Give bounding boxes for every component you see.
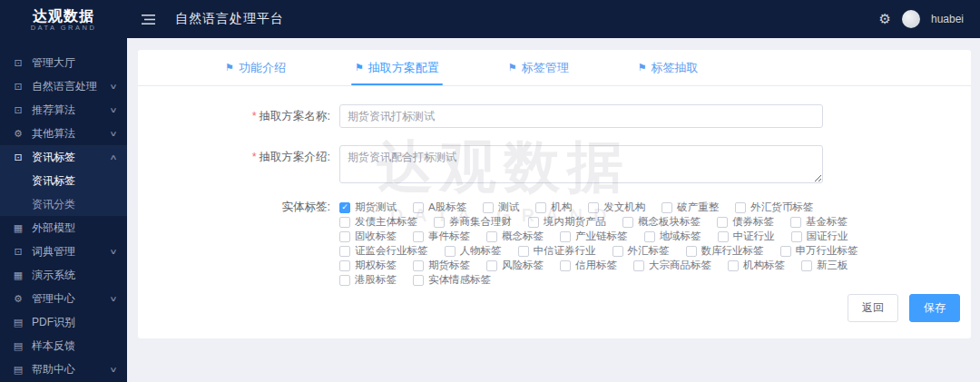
sidebar-item-6[interactable]: ⊡词典管理∨ bbox=[0, 240, 127, 263]
entity-tag-option[interactable]: 机构标签 bbox=[728, 259, 785, 272]
entity-tag-option[interactable]: A股标签 bbox=[413, 201, 466, 214]
checkbox-icon[interactable] bbox=[735, 202, 746, 213]
checkbox-icon[interactable] bbox=[518, 246, 529, 257]
checkbox-icon[interactable] bbox=[339, 217, 350, 228]
sidebar-subitem-4-0[interactable]: 资讯标签 bbox=[0, 169, 127, 192]
entity-tag-option[interactable]: 外汇标签 bbox=[612, 244, 670, 258]
entity-tag-option[interactable]: 发文机构 bbox=[588, 201, 645, 214]
checkbox-icon[interactable] bbox=[588, 202, 599, 213]
save-button[interactable]: 保存 bbox=[909, 294, 960, 322]
entity-tag-option[interactable]: 数库行业标签 bbox=[686, 244, 764, 258]
checkbox-icon[interactable] bbox=[339, 231, 350, 242]
sidebar-item-11[interactable]: ▤帮助中心∨ bbox=[0, 358, 127, 381]
entity-tag-option[interactable]: 概念标签 bbox=[486, 230, 544, 243]
entity-tag-option[interactable]: 风险标签 bbox=[486, 259, 544, 272]
settings-gear-icon[interactable]: ⚙ bbox=[879, 11, 891, 27]
checkbox-icon[interactable] bbox=[528, 217, 539, 228]
sidebar-item-5[interactable]: ▦外部模型 bbox=[0, 216, 127, 240]
checkbox-icon[interactable] bbox=[612, 246, 623, 257]
checkbox-icon[interactable] bbox=[339, 275, 350, 286]
checkbox-icon[interactable] bbox=[790, 217, 801, 228]
sidebar-item-9[interactable]: ▤PDF识别 bbox=[0, 310, 127, 334]
entity-tag-option[interactable]: 固收标签 bbox=[339, 230, 397, 243]
sidebar-group-11: ▤帮助中心∨ bbox=[0, 358, 127, 381]
sidebar-item-7[interactable]: ▦演示系统 bbox=[0, 263, 127, 287]
tag-label: 申万行业标签 bbox=[796, 244, 858, 258]
checkbox-icon[interactable] bbox=[486, 231, 497, 242]
checkbox-icon[interactable] bbox=[483, 202, 494, 213]
sidebar-item-0[interactable]: ⊡管理大厅 bbox=[0, 51, 127, 74]
sidebar-subitem-4-1[interactable]: 资讯分类 bbox=[0, 192, 127, 216]
checkbox-icon[interactable] bbox=[791, 231, 802, 242]
menu-collapse-icon[interactable] bbox=[142, 14, 155, 25]
checkbox-icon[interactable] bbox=[622, 217, 633, 228]
checkbox-icon[interactable] bbox=[718, 231, 729, 242]
checkbox-icon[interactable] bbox=[728, 260, 739, 271]
checkbox-checked-icon[interactable]: ✓ bbox=[339, 202, 350, 213]
checkbox-icon[interactable] bbox=[445, 246, 456, 257]
entity-tag-option[interactable]: 发债主体标签 bbox=[339, 215, 417, 229]
entity-tag-option[interactable]: 中信证券行业 bbox=[518, 244, 596, 258]
checkbox-icon[interactable] bbox=[633, 260, 644, 271]
sidebar-item-3[interactable]: ⚙其他算法∨ bbox=[0, 122, 127, 145]
checkbox-icon[interactable] bbox=[434, 217, 445, 228]
entity-tag-option[interactable]: ✓期货测试 bbox=[339, 201, 397, 214]
checkbox-icon[interactable] bbox=[339, 260, 350, 271]
back-button[interactable]: 返回 bbox=[848, 294, 898, 322]
checkbox-icon[interactable] bbox=[717, 217, 728, 228]
sidebar-item-2[interactable]: ⊡推荐算法∨ bbox=[0, 98, 127, 122]
entity-tag-option[interactable]: 机构 bbox=[535, 201, 572, 214]
entity-tag-option[interactable]: 外汇货币标签 bbox=[735, 201, 813, 214]
entity-tag-option[interactable]: 测试 bbox=[483, 201, 519, 214]
sidebar-item-1[interactable]: ⊡自然语言处理∨ bbox=[0, 74, 127, 98]
tab-3[interactable]: ⚑标签抽取 bbox=[638, 50, 699, 85]
checkbox-icon[interactable] bbox=[413, 275, 424, 286]
entity-tag-option[interactable]: 中证行业 bbox=[718, 230, 775, 243]
entity-tag-option[interactable]: 产业链标签 bbox=[560, 230, 628, 243]
checkbox-icon[interactable] bbox=[560, 260, 571, 271]
tab-1[interactable]: ⚑抽取方案配置 bbox=[355, 50, 439, 85]
entity-tag-option[interactable]: 证监会行业标签 bbox=[339, 244, 428, 258]
plan-name-input[interactable] bbox=[339, 104, 823, 128]
checkbox-icon[interactable] bbox=[413, 202, 424, 213]
checkbox-icon[interactable] bbox=[644, 231, 655, 242]
entity-tag-option[interactable]: 新三板 bbox=[801, 259, 848, 272]
entity-tag-option[interactable]: 债券标签 bbox=[717, 215, 774, 229]
checkbox-icon[interactable] bbox=[780, 246, 791, 257]
entity-tag-option[interactable]: 境内期货产品 bbox=[528, 215, 606, 229]
checkbox-icon[interactable] bbox=[413, 260, 424, 271]
entity-tag-option[interactable]: 人物标签 bbox=[445, 244, 502, 258]
entity-tag-option[interactable]: 信用标签 bbox=[560, 259, 617, 272]
checkbox-icon[interactable] bbox=[560, 231, 571, 242]
entity-tag-option[interactable]: 实体情感标签 bbox=[413, 273, 491, 287]
chevron-down-icon: ∨ bbox=[109, 248, 117, 256]
sidebar-item-4[interactable]: ⊡资讯标签∧ bbox=[0, 145, 127, 169]
entity-tag-option[interactable]: 港股标签 bbox=[339, 273, 397, 287]
entity-tag-option[interactable]: 期权标签 bbox=[339, 259, 397, 272]
entity-tag-option[interactable]: 事件标签 bbox=[413, 230, 470, 243]
username[interactable]: huabei bbox=[931, 13, 964, 25]
entity-tag-option[interactable]: 大宗商品标签 bbox=[633, 259, 711, 272]
entity-tag-option[interactable]: 基金标签 bbox=[790, 215, 848, 229]
entity-tag-option[interactable]: 期货标签 bbox=[413, 259, 470, 272]
checkbox-icon[interactable] bbox=[339, 246, 350, 257]
tab-0[interactable]: ⚑功能介绍 bbox=[225, 50, 286, 85]
user-avatar[interactable] bbox=[902, 10, 920, 28]
checkbox-icon[interactable] bbox=[486, 260, 497, 271]
tag-label: 基金标签 bbox=[806, 215, 848, 229]
entity-tag-option[interactable]: 概念板块标签 bbox=[622, 215, 701, 229]
checkbox-icon[interactable] bbox=[686, 246, 697, 257]
entity-tag-option[interactable]: 地域标签 bbox=[644, 230, 701, 243]
checkbox-icon[interactable] bbox=[662, 202, 672, 213]
entity-tag-option[interactable]: 申万行业标签 bbox=[780, 244, 858, 258]
plan-intro-textarea[interactable] bbox=[339, 145, 823, 183]
entity-tag-option[interactable]: 国证行业 bbox=[791, 230, 848, 243]
sidebar-item-8[interactable]: ⚙管理中心∨ bbox=[0, 287, 127, 310]
checkbox-icon[interactable] bbox=[535, 202, 546, 213]
entity-tag-option[interactable]: 破产重整 bbox=[662, 201, 719, 214]
tab-2[interactable]: ⚑标签管理 bbox=[508, 50, 569, 85]
sidebar-item-10[interactable]: ▤样本反馈 bbox=[0, 334, 127, 358]
checkbox-icon[interactable] bbox=[801, 260, 812, 271]
checkbox-icon[interactable] bbox=[413, 231, 424, 242]
entity-tag-option[interactable]: 券商集合理财 bbox=[434, 215, 512, 229]
